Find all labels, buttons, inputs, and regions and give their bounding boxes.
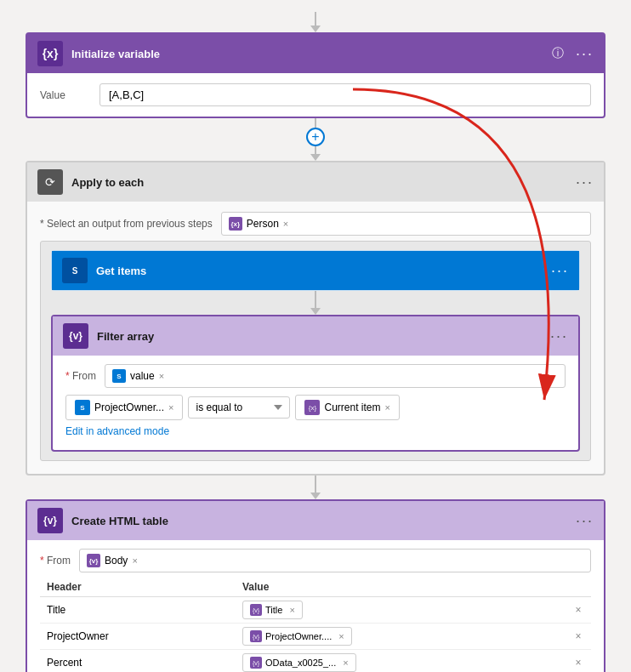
connector-plus-1: +: [26, 118, 605, 161]
init-var-icon: {x}: [37, 41, 63, 66]
value-input[interactable]: [99, 83, 591, 106]
apply-each-menu[interactable]: ···: [576, 174, 594, 191]
get-items-card: S Get items ···: [51, 250, 580, 291]
person-tag-label: Person: [247, 218, 279, 230]
html-from-row: * From {v} Body ×: [40, 549, 591, 572]
row-chip-icon-1: {v}: [250, 630, 262, 642]
filter-from-row: * From S value ×: [65, 364, 566, 388]
filter-menu[interactable]: ···: [550, 327, 568, 345]
html-table-body: * From {v} Body × Header Value: [27, 540, 604, 672]
filter-from-field[interactable]: S value ×: [105, 364, 566, 388]
project-owner-label: ProjectOwner...: [94, 401, 164, 413]
table-row: Title{v}Title××: [40, 597, 591, 624]
current-item-chip: {x} Current item ×: [295, 395, 399, 420]
row-value-2: {v}OData_x0025_...×: [236, 650, 566, 673]
value-tag: S value ×: [112, 369, 164, 383]
select-output-label: * Select an output from previous steps: [40, 218, 213, 230]
html-table-title: Create HTML table: [71, 515, 567, 527]
project-owner-chip: S ProjectOwner... ×: [65, 395, 183, 420]
apply-to-each-card: ⟳ Apply to each ··· * Select an output f…: [26, 161, 605, 476]
table-row: Percent{v}OData_x0025_...××: [40, 650, 591, 673]
row-delete-1[interactable]: ×: [566, 624, 591, 650]
add-step-btn-1[interactable]: +: [306, 128, 325, 145]
apply-each-icon: ⟳: [37, 169, 63, 195]
get-items-icon: S: [62, 258, 88, 283]
top-connector: [26, 9, 605, 32]
row-chip-close-1[interactable]: ×: [338, 631, 344, 641]
inner-connector-1: [51, 291, 580, 315]
row-chip-0: {v}Title×: [242, 601, 303, 619]
get-items-title: Get items: [96, 265, 543, 277]
current-item-label: Current item: [324, 401, 380, 413]
row-chip-icon-0: {v}: [250, 604, 262, 616]
select-output-row: * Select an output from previous steps {…: [40, 212, 591, 236]
apply-each-title: Apply to each: [71, 176, 567, 189]
body-tag: {v} Body ×: [87, 554, 138, 567]
row-header-1: ProjectOwner: [40, 624, 236, 650]
body-tag-icon: {v}: [87, 554, 100, 567]
current-item-icon: {x}: [304, 400, 320, 415]
get-items-header: S Get items ···: [52, 251, 579, 290]
value-tag-icon: S: [112, 369, 126, 383]
get-items-menu[interactable]: ···: [551, 262, 569, 280]
row-chip-label-0: Title: [265, 605, 282, 615]
info-icon[interactable]: ⓘ: [552, 46, 564, 61]
filter-icon: {v}: [63, 323, 88, 349]
html-table-icon: {v}: [37, 508, 63, 533]
apply-each-header: ⟳ Apply to each ···: [27, 162, 604, 202]
table-row: ProjectOwner{v}ProjectOwner....××: [40, 624, 591, 650]
person-tag-close[interactable]: ×: [283, 219, 288, 229]
html-table-menu[interactable]: ···: [576, 512, 594, 530]
project-owner-icon: S: [75, 400, 90, 415]
project-owner-close[interactable]: ×: [168, 402, 173, 413]
row-header-2: Percent: [40, 650, 236, 673]
row-chip-close-0[interactable]: ×: [289, 605, 294, 615]
row-chip-label-2: OData_x0025_...: [265, 658, 336, 668]
col-value: Value: [236, 578, 566, 597]
row-value-1: {v}ProjectOwner....×: [236, 624, 566, 650]
edit-advanced-link[interactable]: Edit in advanced mode: [65, 425, 169, 437]
connector-2: [26, 476, 605, 499]
filter-title: Filter array: [97, 330, 542, 343]
html-table-header: {v} Create HTML table ···: [27, 501, 604, 540]
person-tag-icon: {x}: [229, 217, 242, 231]
create-html-table-card: {v} Create HTML table ··· * From {v} Bod…: [26, 499, 605, 672]
apply-inner-container: S Get items ··· {v}: [40, 241, 591, 461]
row-header-0: Title: [40, 597, 236, 624]
row-chip-icon-2: {v}: [250, 657, 262, 669]
filter-header: {v} Filter array ···: [53, 316, 578, 356]
filter-array-card: {v} Filter array ··· * From S: [51, 315, 580, 452]
init-var-menu[interactable]: ···: [576, 45, 594, 63]
select-output-field[interactable]: {x} Person ×: [221, 212, 591, 236]
filter-from-label: * From: [65, 370, 96, 382]
initialize-variable-card: {x} Initialize variable ⓘ ··· Value: [26, 32, 605, 118]
body-tag-label: Body: [105, 555, 128, 567]
value-label: Value: [40, 89, 82, 101]
col-header: Header: [40, 578, 236, 597]
current-item-close[interactable]: ×: [385, 402, 390, 413]
row-delete-2[interactable]: ×: [566, 650, 591, 673]
filter-operator-select[interactable]: is equal to: [188, 396, 290, 419]
col-action: [566, 578, 591, 597]
filter-body: * From S value ×: [53, 356, 578, 450]
row-chip-label-1: ProjectOwner....: [265, 631, 332, 641]
row-chip-close-2[interactable]: ×: [343, 658, 348, 668]
person-tag: {x} Person ×: [229, 217, 288, 231]
row-delete-0[interactable]: ×: [566, 597, 591, 624]
filter-condition-row: S ProjectOwner... × is equal to {x}: [65, 395, 566, 420]
row-value-0: {v}Title×: [236, 597, 566, 624]
row-chip-2: {v}OData_x0025_...×: [242, 653, 356, 672]
row-chip-1: {v}ProjectOwner....×: [242, 627, 352, 646]
html-from-field[interactable]: {v} Body ×: [79, 549, 591, 572]
init-var-header: {x} Initialize variable ⓘ ···: [27, 34, 604, 73]
html-data-table: Header Value Title{v}Title××ProjectOwner…: [40, 578, 591, 672]
html-from-label: * From: [40, 555, 71, 567]
body-tag-close[interactable]: ×: [132, 555, 137, 566]
init-var-title: Initialize variable: [71, 48, 543, 60]
value-tag-label: value: [130, 370, 155, 382]
value-tag-close[interactable]: ×: [159, 371, 164, 381]
apply-each-body: * Select an output from previous steps {…: [27, 202, 604, 474]
